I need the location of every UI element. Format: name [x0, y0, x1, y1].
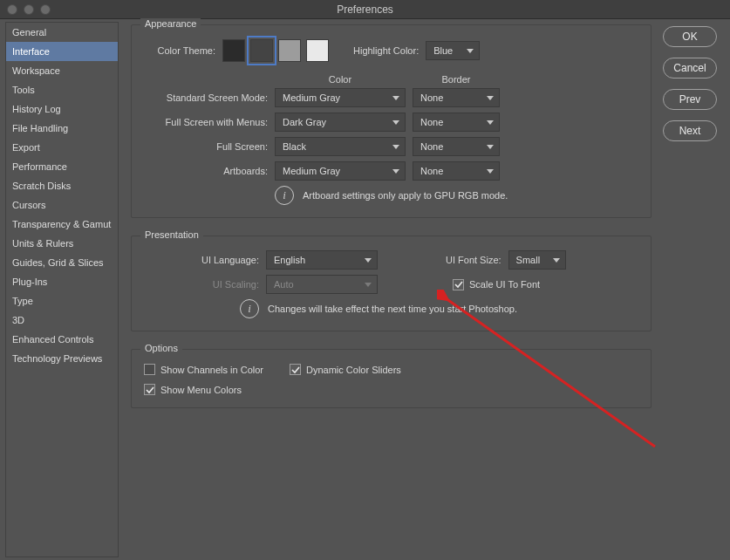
dialog-actions: OK Cancel Prev Next: [660, 19, 730, 560]
ui-fontsize-value: Small: [516, 255, 541, 265]
presentation-note: Changes will take effect the next time y…: [268, 304, 517, 314]
sidebar-item-guides-grid-slices[interactable]: Guides, Grid & Slices: [6, 253, 118, 272]
appearance-note: Artboard settings only apply to GPU RGB …: [303, 190, 508, 201]
sidebar-item-3d[interactable]: 3D: [6, 311, 118, 330]
column-header-border: Border: [413, 74, 500, 85]
sidebar: GeneralInterfaceWorkspaceToolsHistory Lo…: [5, 22, 119, 557]
prev-button[interactable]: Prev: [663, 89, 717, 110]
sidebar-item-file-handling[interactable]: File Handling: [6, 119, 118, 138]
ok-button[interactable]: OK: [663, 26, 717, 47]
appearance-group: Appearance Color Theme: Highlight Color:…: [131, 24, 652, 218]
window-controls: [0, 4, 51, 15]
checkbox-icon: [144, 364, 155, 375]
chevron-down-icon: [487, 145, 494, 149]
group-title-presentation: Presentation: [140, 229, 203, 240]
screen-mode-color-select[interactable]: Medium Gray: [275, 88, 406, 107]
close-icon[interactable]: [7, 4, 17, 15]
color-theme-swatches: [222, 39, 329, 62]
zoom-icon[interactable]: [40, 4, 51, 15]
screen-mode-border-select[interactable]: None: [413, 88, 500, 107]
chevron-down-icon: [365, 283, 372, 287]
next-button[interactable]: Next: [663, 120, 717, 141]
ui-language-label: UI Language:: [144, 255, 266, 265]
color-theme-label: Color Theme:: [144, 45, 222, 56]
info-icon: i: [275, 186, 294, 205]
sidebar-item-technology-previews[interactable]: Technology Previews: [6, 349, 118, 368]
chevron-down-icon: [487, 96, 494, 100]
checkbox-icon: [144, 384, 155, 395]
ui-scaling-value: Auto: [274, 279, 294, 290]
sidebar-item-type[interactable]: Type: [6, 291, 118, 311]
screen-mode-label: Standard Screen Mode:: [144, 92, 275, 103]
chevron-down-icon: [365, 258, 372, 263]
screen-mode-color-select[interactable]: Dark Gray: [275, 113, 406, 132]
screen-mode-label: Full Screen:: [144, 141, 275, 152]
highlight-color-value: Blue: [433, 45, 453, 56]
chevron-down-icon: [392, 145, 399, 149]
cancel-button[interactable]: Cancel: [663, 58, 717, 79]
screen-mode-color-select[interactable]: Medium Gray: [275, 161, 406, 181]
show-menu-colors-checkbox[interactable]: Show Menu Colors: [144, 384, 638, 395]
group-title-appearance: Appearance: [140, 18, 201, 29]
dynamic-sliders-checkbox[interactable]: Dynamic Color Sliders: [290, 364, 401, 375]
screen-mode-color-select[interactable]: Black: [275, 137, 406, 156]
sidebar-item-units-rulers[interactable]: Units & Rulers: [6, 234, 118, 253]
ui-fontsize-select[interactable]: Small: [508, 250, 566, 270]
sidebar-item-interface[interactable]: Interface: [6, 42, 118, 61]
group-title-options: Options: [140, 343, 182, 353]
show-menu-colors-label: Show Menu Colors: [160, 385, 242, 395]
sidebar-item-tools[interactable]: Tools: [6, 80, 118, 99]
highlight-color-select[interactable]: Blue: [426, 41, 480, 60]
dynamic-sliders-label: Dynamic Color Sliders: [306, 365, 401, 375]
options-group: Options Show Channels in Color Dynamic C…: [131, 349, 652, 408]
chevron-down-icon: [487, 120, 494, 125]
sidebar-item-transparency-gamut[interactable]: Transparency & Gamut: [6, 215, 118, 234]
screen-mode-label: Artboards:: [144, 166, 275, 176]
chevron-down-icon: [392, 169, 399, 174]
scale-ui-to-font-label: Scale UI To Font: [469, 279, 540, 290]
sidebar-item-performance[interactable]: Performance: [6, 157, 118, 176]
chevron-down-icon: [467, 49, 474, 53]
sidebar-item-history-log[interactable]: History Log: [6, 99, 118, 119]
scale-ui-to-font-checkbox[interactable]: Scale UI To Font: [453, 279, 540, 290]
sidebar-item-cursors[interactable]: Cursors: [6, 195, 118, 215]
presentation-group: Presentation UI Language: English UI Fon…: [131, 236, 652, 331]
screen-mode-border-select[interactable]: None: [413, 161, 500, 181]
theme-swatch-dark[interactable]: [250, 39, 273, 62]
titlebar: Preferences: [0, 0, 730, 19]
minimize-icon[interactable]: [24, 4, 34, 15]
checkbox-icon: [453, 279, 464, 290]
ui-scaling-select: Auto: [266, 275, 378, 294]
chevron-down-icon: [392, 120, 399, 125]
content-area: Appearance Color Theme: Highlight Color:…: [119, 19, 660, 560]
sidebar-item-workspace[interactable]: Workspace: [6, 61, 118, 80]
sidebar-item-export[interactable]: Export: [6, 138, 118, 157]
info-icon: i: [240, 299, 259, 318]
ui-fontsize-label: UI Font Size:: [446, 255, 508, 265]
screen-mode-border-select[interactable]: None: [413, 113, 500, 132]
show-channels-label: Show Channels in Color: [160, 365, 263, 375]
theme-swatch-lightest[interactable]: [306, 39, 329, 62]
chevron-down-icon: [392, 96, 399, 100]
ui-language-select[interactable]: English: [266, 250, 378, 270]
show-channels-checkbox[interactable]: Show Channels in Color: [144, 364, 263, 375]
sidebar-item-scratch-disks[interactable]: Scratch Disks: [6, 176, 118, 195]
checkbox-icon: [290, 364, 301, 375]
theme-swatch-light[interactable]: [278, 39, 301, 62]
sidebar-item-general[interactable]: General: [6, 23, 118, 42]
theme-swatch-darkest[interactable]: [222, 39, 245, 62]
ui-language-value: English: [274, 255, 305, 265]
sidebar-item-plug-ins[interactable]: Plug-Ins: [6, 272, 118, 291]
chevron-down-icon: [553, 258, 560, 263]
screen-mode-border-select[interactable]: None: [413, 137, 500, 156]
column-header-color: Color: [275, 74, 406, 85]
highlight-color-label: Highlight Color:: [353, 45, 426, 56]
chevron-down-icon: [487, 169, 494, 174]
window-title: Preferences: [0, 3, 730, 16]
screen-mode-label: Full Screen with Menus:: [144, 117, 275, 127]
sidebar-item-enhanced-controls[interactable]: Enhanced Controls: [6, 330, 118, 349]
ui-scaling-label: UI Scaling:: [144, 279, 266, 290]
